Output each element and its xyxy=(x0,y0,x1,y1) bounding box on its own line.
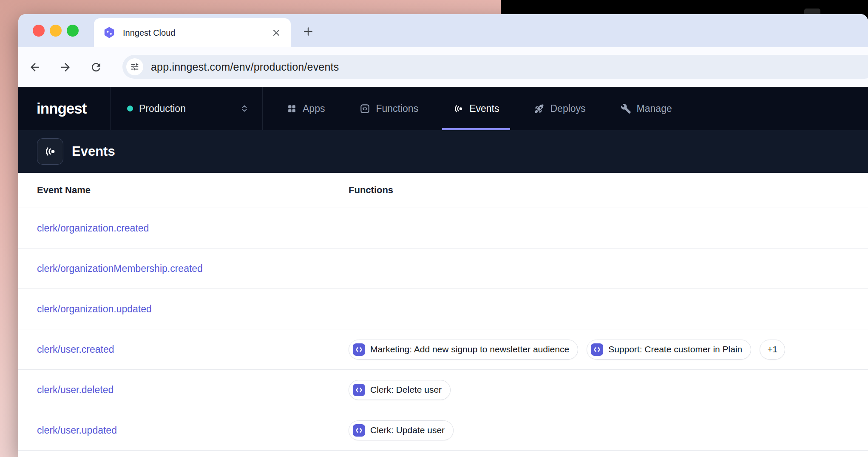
close-window-button[interactable] xyxy=(33,25,45,37)
nav-item-apps[interactable]: Apps xyxy=(275,87,336,130)
table-row: clerk/organization.created xyxy=(18,208,868,248)
chevron-up-down-icon xyxy=(239,103,250,114)
event-name-link[interactable]: clerk/organizationMembership.created xyxy=(37,263,203,274)
page-title: Events xyxy=(72,144,115,159)
minimize-window-button[interactable] xyxy=(50,25,62,37)
function-pill-label: Clerk: Delete user xyxy=(370,385,442,395)
page-icon-box xyxy=(37,138,63,165)
events-table: Event Name Functions clerk/organization.… xyxy=(18,173,868,451)
code-icon xyxy=(353,343,365,356)
url-text[interactable]: app.inngest.com/env/production/events xyxy=(151,61,339,73)
table-row: clerk/organizationMembership.created xyxy=(18,248,868,289)
functions-cell: Clerk: Update user xyxy=(349,420,868,440)
apps-grid-icon xyxy=(286,103,297,114)
environment-selector[interactable]: Production xyxy=(111,87,263,130)
function-pill[interactable]: Clerk: Update user xyxy=(349,420,454,440)
function-pill[interactable]: Support: Create customer in Plain xyxy=(587,340,751,360)
new-tab-button[interactable] xyxy=(303,26,314,37)
rocket-icon xyxy=(534,103,545,114)
events-table-body: clerk/organization.createdclerk/organiza… xyxy=(18,208,868,451)
overflow-count-pill[interactable]: +1 xyxy=(760,340,785,360)
environment-name: Production xyxy=(139,103,186,114)
nav-item-label: Manage xyxy=(637,103,672,114)
browser-toolbar: app.inngest.com/env/production/events xyxy=(18,47,868,87)
site-settings-button[interactable] xyxy=(126,58,143,75)
address-bar[interactable]: app.inngest.com/env/production/events xyxy=(122,55,868,79)
page-header: Events xyxy=(18,130,868,173)
column-header-event-name: Event Name xyxy=(18,185,349,196)
nav-item-manage[interactable]: Manage xyxy=(610,87,683,130)
functions-cell: Marketing: Add new signup to newsletter … xyxy=(349,340,868,360)
maximize-window-button[interactable] xyxy=(67,25,79,37)
wrench-icon xyxy=(621,103,631,114)
tab-close-icon[interactable] xyxy=(271,28,281,38)
function-pill-label: Clerk: Update user xyxy=(370,425,445,435)
event-waves-icon xyxy=(44,145,57,158)
code-icon xyxy=(353,384,365,396)
column-header-functions: Functions xyxy=(349,185,868,196)
table-row: clerk/user.deletedClerk: Delete user xyxy=(18,370,868,410)
nav-item-label: Functions xyxy=(376,103,418,114)
browser-window: Inngest Cloud app.inngest.com/en xyxy=(18,14,868,457)
nav-item-deploys[interactable]: Deploys xyxy=(523,87,596,130)
function-pill[interactable]: Clerk: Delete user xyxy=(349,380,451,400)
tab-title: Inngest Cloud xyxy=(123,28,271,38)
app-navbar: inngest Production Apps xyxy=(18,87,868,130)
nav-items: Apps Functions Events xyxy=(275,87,683,130)
nav-item-functions[interactable]: Functions xyxy=(349,87,429,130)
nav-item-label: Events xyxy=(469,103,499,114)
browser-tab[interactable]: Inngest Cloud xyxy=(94,18,291,47)
code-icon xyxy=(353,424,365,437)
event-name-link[interactable]: clerk/organization.created xyxy=(37,223,149,234)
functions-cell: Clerk: Delete user xyxy=(349,380,868,400)
inngest-favicon-icon xyxy=(102,26,116,40)
nav-item-events[interactable]: Events xyxy=(442,87,510,130)
table-row: clerk/user.updatedClerk: Update user xyxy=(18,410,868,451)
inngest-logo[interactable]: inngest xyxy=(18,87,111,130)
table-row: clerk/user.createdMarketing: Add new sig… xyxy=(18,329,868,370)
event-name-link[interactable]: clerk/user.deleted xyxy=(37,384,113,395)
table-row: clerk/organization.updated xyxy=(18,289,868,329)
function-pill-label: Support: Create customer in Plain xyxy=(608,344,742,354)
reload-icon xyxy=(90,61,102,74)
function-pill-label: Marketing: Add new signup to newsletter … xyxy=(370,344,569,354)
event-name-link[interactable]: clerk/user.updated xyxy=(37,425,117,436)
forward-button[interactable] xyxy=(56,58,75,77)
forward-arrow-icon xyxy=(59,61,72,74)
window-controls xyxy=(33,25,79,37)
nav-item-label: Apps xyxy=(303,103,325,114)
event-name-link[interactable]: clerk/organization.updated xyxy=(37,303,152,314)
nav-item-label: Deploys xyxy=(550,103,585,114)
back-arrow-icon xyxy=(28,61,41,74)
table-header-row: Event Name Functions xyxy=(18,173,868,208)
environment-status-dot xyxy=(127,106,133,111)
event-waves-icon xyxy=(453,103,464,114)
code-icon xyxy=(591,343,603,356)
code-square-icon xyxy=(360,103,370,114)
tab-strip: Inngest Cloud xyxy=(18,14,868,47)
tune-icon xyxy=(130,62,139,71)
reload-button[interactable] xyxy=(87,58,105,77)
function-pill[interactable]: Marketing: Add new signup to newsletter … xyxy=(349,340,578,360)
event-name-link[interactable]: clerk/user.created xyxy=(37,344,114,355)
back-button[interactable] xyxy=(26,58,44,77)
